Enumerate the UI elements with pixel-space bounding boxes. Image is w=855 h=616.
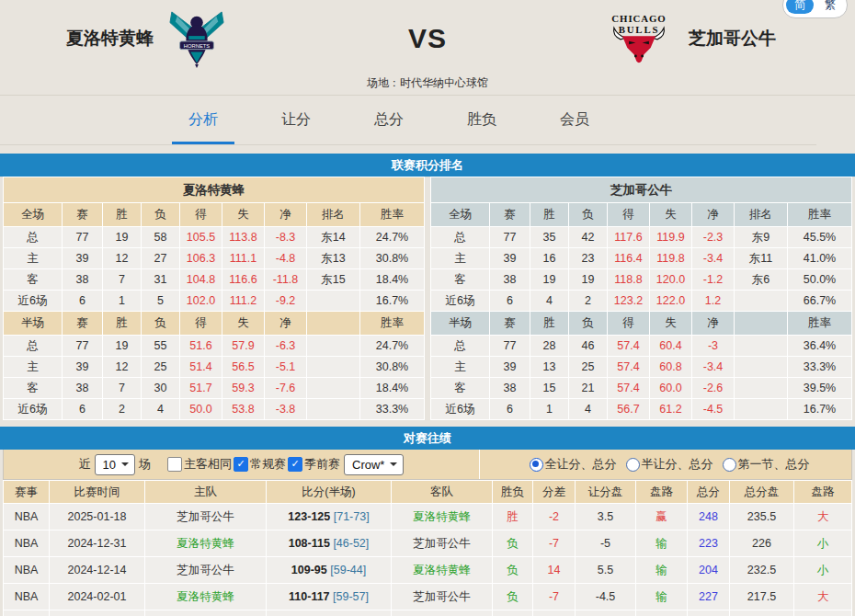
table-cell: 4 [142, 399, 180, 420]
bulls-logo: CHICAGO BULLS [604, 10, 674, 67]
column-header: 胜 [103, 203, 142, 227]
column-header: 负 [142, 203, 180, 227]
language-switcher: 简 繁 [782, 0, 848, 18]
checkbox-preseason[interactable]: ✓ [288, 457, 302, 472]
table-cell: 19 [103, 227, 142, 248]
table-cell: 近6场 [431, 291, 490, 312]
table-cell: 1 [530, 399, 569, 420]
league-cell: NBA [4, 557, 50, 584]
away-team-cell: 芝加哥公牛 [392, 530, 493, 557]
handicap-result-cell: 输 [636, 584, 688, 610]
radio-full-handicap-total[interactable] [530, 458, 543, 472]
lang-simplified-button[interactable]: 简 [786, 0, 814, 14]
table-cell: 60.0 [650, 378, 692, 399]
column-header: 胜负 [493, 481, 533, 504]
table-cell: 2 [569, 291, 608, 312]
table-cell [688, 610, 730, 616]
table-cell: 50.0% [788, 269, 852, 291]
column-header: 负 [569, 312, 608, 336]
table-cell: 61.2 [650, 399, 692, 420]
point-diff-cell: -2 [533, 504, 576, 530]
tab-handicap[interactable]: 让分 [279, 96, 314, 144]
table-cell: 116.4 [608, 248, 650, 269]
radio-q1-handicap-total[interactable] [723, 458, 736, 472]
table-cell: 总 [431, 336, 490, 357]
checkbox-same-venue[interactable] [167, 457, 182, 472]
standings-table-bulls: 芝加哥公牛全场赛胜负得失净排名胜率总773542117.6119.9-2.3东9… [430, 177, 852, 420]
column-header: 盘路 [794, 481, 852, 504]
table-cell: 45.5% [788, 227, 852, 248]
column-header: 胜 [103, 312, 142, 336]
score-cell: 110-117 [59-57] [267, 584, 392, 610]
table-cell: 1.2 [692, 291, 735, 312]
total-points-cell: 204 [688, 557, 730, 584]
column-header [307, 312, 360, 336]
table-cell: 41.0% [788, 248, 852, 269]
tab-member[interactable]: 会员 [557, 96, 592, 144]
checkbox-label: 常规赛 [250, 456, 286, 473]
bookmaker-select[interactable]: Crow* [344, 454, 404, 475]
table-cell: 77 [63, 227, 103, 248]
table-cell: -7.6 [265, 378, 307, 399]
table-cell: 25 [142, 357, 180, 378]
tab-winloss[interactable]: 胜负 [464, 96, 499, 144]
table-row: 主39132557.460.8-3.433.3% [431, 357, 852, 378]
home-team-name: 夏洛特黄蜂 [66, 27, 154, 51]
tab-total[interactable]: 总分 [371, 96, 406, 144]
recent-label-suffix: 场 [139, 456, 151, 473]
table-cell: 6 [490, 291, 530, 312]
away-team-cell: 芝加哥公牛 [392, 584, 493, 610]
league-cell: NBA [4, 530, 50, 557]
table-cell [307, 291, 360, 312]
table-cell: 113.8 [222, 227, 265, 248]
table-cell [307, 399, 360, 420]
column-header: 盘路 [636, 481, 688, 504]
lang-traditional-button[interactable]: 繁 [816, 0, 844, 14]
checkbox-label: 季前赛 [304, 456, 340, 473]
table-cell: 31 [142, 269, 180, 291]
table-cell [730, 610, 794, 616]
team-name-row: 夏洛特黄蜂 [4, 177, 425, 203]
table-cell: 东11 [735, 248, 788, 269]
table-cell: -5.1 [265, 357, 307, 378]
table-cell: 客 [431, 269, 490, 291]
column-header: 失 [222, 203, 265, 227]
table-cell: 60.8 [650, 357, 692, 378]
radio-half-handicap-total[interactable] [626, 458, 640, 472]
table-cell: 23 [569, 248, 608, 269]
table-cell: 近6场 [4, 399, 63, 420]
table-row: 总771958105.5113.8-8.3东1424.7% [4, 227, 425, 248]
table-cell: 117.6 [608, 227, 650, 248]
table-cell: 57.4 [608, 336, 650, 357]
table-row: 主39122551.456.5-5.130.8% [4, 357, 425, 378]
checkbox-regular-season[interactable]: ✓ [234, 457, 248, 472]
table-cell [307, 357, 360, 378]
result-cell: 负 [493, 584, 533, 610]
column-header: 赛 [63, 203, 103, 227]
table-cell: 21 [569, 378, 608, 399]
table-cell: 近6场 [431, 399, 490, 420]
table-cell: 16 [530, 248, 569, 269]
over-under-cell: 大 [794, 504, 852, 530]
standings-tables: 夏洛特黄蜂全场赛胜负得失净排名胜率总771958105.5113.8-8.3东1… [0, 177, 855, 420]
column-header: 让分盘 [576, 481, 636, 504]
h2h-row: NBA2024-02-01夏洛特黄蜂110-117 [59-57]芝加哥公牛负-… [4, 584, 852, 610]
table-cell: 39 [490, 248, 530, 269]
table-cell: 51.7 [180, 378, 222, 399]
column-header: 负 [142, 312, 180, 336]
table-cell: 12 [103, 248, 142, 269]
nav-tabbar: 分析让分总分胜负会员 [0, 96, 816, 145]
home-team-cell: 芝加哥公牛 [145, 557, 267, 584]
table-cell: -3.4 [692, 248, 735, 269]
table-cell: 122.0 [650, 291, 692, 312]
column-header: 赛事 [4, 481, 50, 504]
table-cell: 16.7% [788, 399, 852, 420]
table-cell: 24.7% [360, 227, 425, 248]
table-cell: 33.3% [788, 357, 852, 378]
recent-games-select[interactable]: 10 [95, 454, 135, 475]
tab-analysis[interactable]: 分析 [186, 96, 221, 144]
filter-checkboxes: 主客相同✓常规赛✓季前赛 [167, 456, 340, 473]
score-cell: 123-125 [71-73] [267, 504, 392, 530]
table-row: 客38152157.460.0-2.639.5% [431, 378, 852, 399]
league-cell: NBA [4, 584, 50, 610]
